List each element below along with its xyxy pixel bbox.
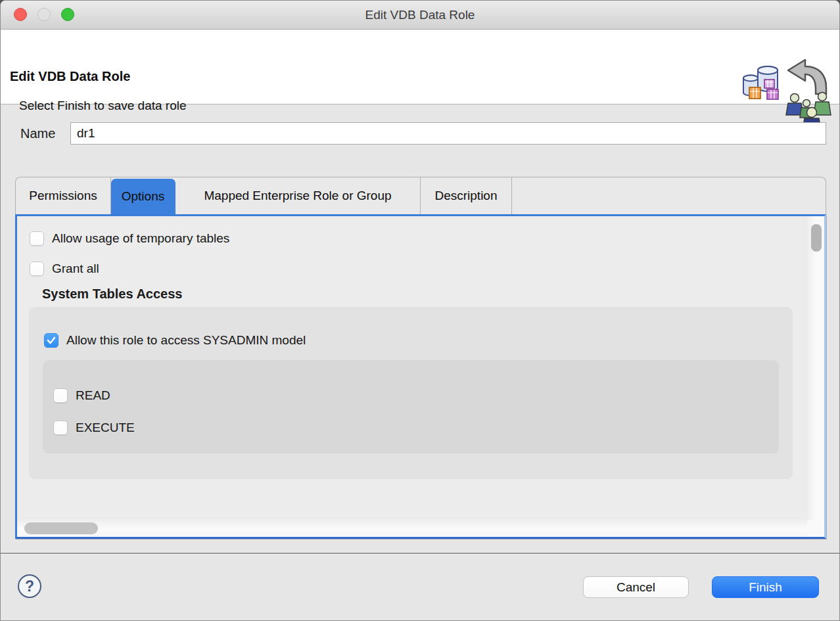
allow-temp-tables-checkbox[interactable]: [30, 231, 44, 246]
page-title: Edit VDB Data Role: [10, 69, 130, 84]
sysadmin-access-label: Allow this role to access SYSADMIN model: [66, 333, 306, 348]
edit-vdb-data-role-dialog: Edit VDB Data Role Edit VDB Data Role Se…: [0, 0, 840, 621]
wizard-header: Edit VDB Data Role Select Finish to save…: [1, 30, 839, 104]
read-checkbox[interactable]: [53, 388, 68, 403]
vdb-icon: [741, 62, 782, 104]
sysadmin-permissions-group: READ EXECUTE: [43, 360, 779, 453]
vertical-scrollbar-track[interactable]: [807, 216, 824, 537]
system-tables-access-title: System Tables Access: [42, 287, 182, 302]
tab-options[interactable]: Options: [111, 179, 175, 214]
vertical-scrollbar-thumb[interactable]: [811, 224, 822, 252]
tab-mapped-enterprise-role-or-group[interactable]: Mapped Enterprise Role or Group: [175, 177, 421, 214]
execute-checkbox[interactable]: [53, 421, 68, 435]
cancel-button[interactable]: Cancel: [583, 576, 689, 598]
execute-row: EXECUTE: [53, 421, 135, 435]
sysadmin-access-checkbox[interactable]: [44, 333, 58, 348]
footer-divider: [1, 553, 839, 555]
allow-temp-tables-row: Allow usage of temporary tables: [30, 231, 229, 246]
page-subtitle: Select Finish to save data role: [19, 99, 187, 113]
name-label: Name: [20, 126, 55, 141]
horizontal-scrollbar-thumb[interactable]: [24, 522, 98, 534]
title-bar[interactable]: Edit VDB Data Role: [1, 1, 839, 30]
help-button[interactable]: ?: [18, 574, 41, 598]
options-tab-panel: Allow usage of temporary tables Grant al…: [15, 214, 826, 539]
tab-permissions[interactable]: Permissions: [16, 177, 111, 214]
system-tables-access-group: Allow this role to access SYSADMIN model…: [29, 307, 793, 479]
grant-all-label: Grant all: [52, 262, 99, 276]
tab-description[interactable]: Description: [421, 177, 512, 214]
grant-all-checkbox[interactable]: [30, 262, 44, 276]
window-title: Edit VDB Data Role: [1, 1, 839, 30]
scrollbar-corner: [807, 520, 824, 537]
finish-button[interactable]: Finish: [712, 576, 819, 598]
allow-temp-tables-label: Allow usage of temporary tables: [52, 231, 229, 246]
grant-all-row: Grant all: [30, 262, 99, 276]
data-roles-icon: [784, 57, 834, 131]
read-label: READ: [76, 388, 110, 403]
name-input[interactable]: [70, 122, 826, 145]
read-row: READ: [53, 388, 110, 403]
tab-bar: Permissions Options Mapped Enterprise Ro…: [15, 177, 826, 214]
horizontal-scrollbar-track[interactable]: [17, 520, 807, 537]
sysadmin-access-row: Allow this role to access SYSADMIN model: [44, 333, 306, 348]
execute-label: EXECUTE: [76, 421, 135, 435]
check-icon: [47, 336, 56, 344]
